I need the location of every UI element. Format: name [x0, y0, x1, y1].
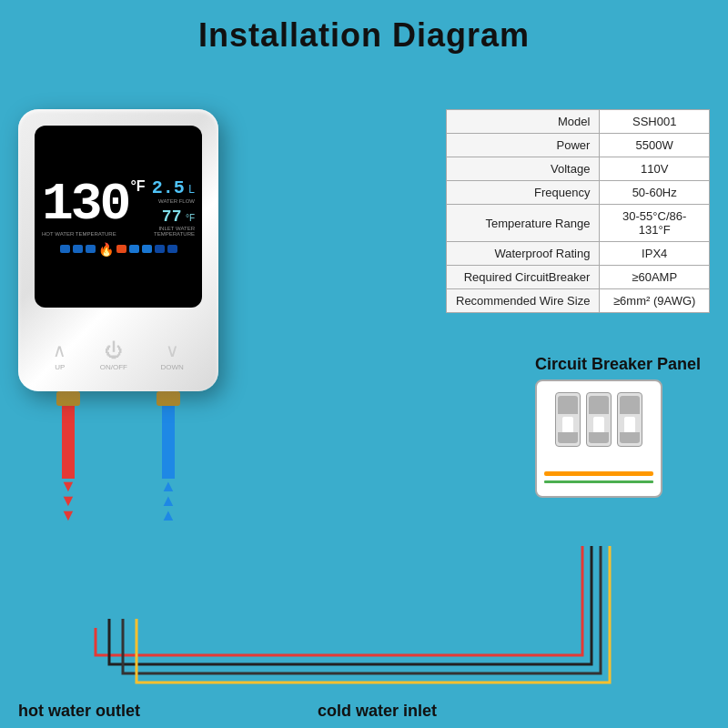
screen-content: 130 °F HOT WATER TEMPERATURE 2.5 L WATER…	[35, 172, 202, 262]
flow-label: WATER FLOW	[152, 198, 195, 204]
specs-table: ModelSSH001Power5500WVoltage110VFrequenc…	[446, 109, 710, 313]
hot-unit-display: °F	[130, 178, 145, 195]
flow-unit: L	[188, 183, 195, 196]
breaker-switch-2	[586, 392, 612, 447]
breaker-bottom-1	[558, 432, 578, 443]
indicator-row: 🔥	[42, 242, 195, 257]
screen-row1: 130 °F HOT WATER TEMPERATURE 2.5 L WATER…	[42, 177, 195, 237]
spec-label: Required CircuitBreaker	[447, 266, 600, 289]
hot-water-label: hot water outlet	[18, 702, 140, 721]
spec-label: Recommended Wire Size	[447, 289, 600, 313]
ind-4	[116, 245, 126, 253]
breaker-bar-orange	[544, 471, 653, 476]
flame-icon: 🔥	[98, 242, 114, 257]
onoff-label: ON/OFF	[100, 363, 127, 371]
spec-value: 5500W	[600, 134, 710, 157]
btn-onoff: ⏻ ON/OFF	[100, 340, 127, 371]
device-screen: 130 °F HOT WATER TEMPERATURE 2.5 L WATER…	[35, 126, 202, 308]
breaker-switches	[555, 392, 642, 447]
breaker-panel-section: Circuit Breaker Panel	[535, 355, 701, 498]
pipe-fittings-row: ▼ ▼ ▼ ▲ ▲ ▲	[18, 391, 218, 523]
ind-5	[129, 245, 139, 253]
breaker-bar-green	[544, 480, 653, 483]
device-section: 130 °F HOT WATER TEMPERATURE 2.5 L WATER…	[18, 100, 218, 523]
spec-value: ≥60AMP	[600, 266, 710, 289]
breaker-top-2	[589, 396, 609, 414]
inlet-temp: 77	[162, 207, 182, 226]
spec-value: SSH001	[600, 110, 710, 134]
ind-8	[167, 245, 177, 253]
ind-1	[60, 245, 70, 253]
flow-group: 2.5 L WATER FLOW	[152, 177, 195, 204]
spec-label: Frequency	[447, 181, 600, 205]
spec-value: ≥6mm² (9AWG)	[600, 289, 710, 313]
ind-6	[142, 245, 152, 253]
ind-3	[86, 245, 96, 253]
down-label: DOWN	[160, 363, 183, 371]
fitting-cold	[157, 391, 180, 406]
up-symbol: ∧	[53, 339, 66, 361]
spec-value: 50-60Hz	[600, 181, 710, 205]
spec-value: 110V	[600, 157, 710, 181]
hot-label: HOT WATER TEMPERATURE	[42, 231, 146, 237]
spec-label: Model	[447, 110, 600, 134]
fitting-hot	[56, 391, 80, 406]
inlet-label: INLET WATERTEMPERATURE	[154, 226, 195, 237]
right-col: 2.5 L WATER FLOW 77 °F INLET WATERTEMPER…	[152, 177, 195, 237]
device-buttons: ∧ UP ⏻ ON/OFF ∨ DOWN	[18, 339, 218, 371]
pipe-labels-row: hot water outlet cold water inlet	[0, 702, 455, 721]
arrows-red: ▼ ▼ ▼	[60, 479, 76, 523]
specs-table-section: ModelSSH001Power5500WVoltage110VFrequenc…	[446, 100, 710, 313]
hot-temp-display: 130	[42, 178, 128, 231]
diagram-area: ModelSSH001Power5500WVoltage110VFrequenc…	[0, 55, 728, 728]
breaker-top-1	[558, 396, 578, 414]
pipe-tube-red	[62, 406, 75, 479]
temp-display-group: 130 °F HOT WATER TEMPERATURE	[42, 178, 146, 237]
onoff-symbol: ⏻	[105, 340, 123, 361]
breaker-switch-3	[617, 392, 642, 447]
breaker-bottom-2	[589, 432, 609, 443]
breaker-switch-1	[555, 392, 581, 447]
spec-label: Waterproof Rating	[447, 242, 600, 266]
arrow-up-3: ▲	[160, 508, 177, 522]
ind-7	[155, 245, 165, 253]
flow-value: 2.5	[152, 177, 185, 198]
arrow-down-3: ▼	[60, 508, 76, 522]
breaker-top-3	[620, 396, 640, 414]
spec-label: Power	[447, 134, 600, 157]
spec-value: IPX4	[600, 242, 710, 266]
pipe-hot: ▼ ▼ ▼	[56, 391, 80, 523]
ind-2	[73, 245, 83, 253]
up-label: UP	[55, 363, 65, 371]
btn-down: ∨ DOWN	[160, 339, 183, 371]
pipe-tube-blue	[162, 406, 175, 479]
breaker-box	[535, 379, 662, 498]
inlet-group: 77 °F INLET WATERTEMPERATURE	[154, 207, 195, 237]
cold-water-label: cold water inlet	[318, 702, 437, 721]
arrows-blue: ▲ ▲ ▲	[160, 479, 177, 523]
pipe-cold: ▲ ▲ ▲	[157, 391, 180, 523]
spec-label: Temperature Range	[447, 205, 600, 242]
page-title: Installation Diagram	[0, 0, 728, 55]
spec-label: Voltage	[447, 157, 600, 181]
spec-value: 30-55°C/86-131°F	[600, 205, 710, 242]
breaker-title: Circuit Breaker Panel	[535, 355, 701, 374]
btn-up: ∧ UP	[53, 339, 66, 371]
device-body: 130 °F HOT WATER TEMPERATURE 2.5 L WATER…	[18, 109, 218, 391]
breaker-bottom-3	[620, 432, 640, 443]
down-symbol: ∨	[166, 339, 179, 361]
inlet-unit: °F	[186, 213, 195, 223]
